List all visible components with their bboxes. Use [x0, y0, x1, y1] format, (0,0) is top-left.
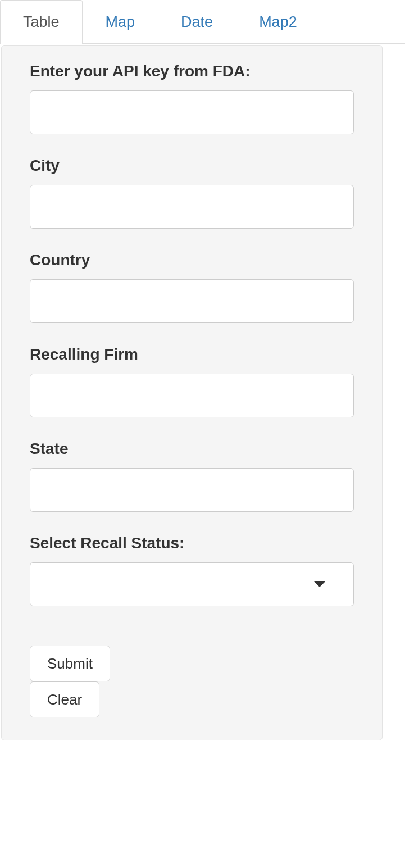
city-label: City — [30, 157, 354, 175]
country-label: Country — [30, 251, 354, 269]
recall-status-select-wrapper — [30, 562, 354, 606]
tab-table[interactable]: Table — [0, 0, 83, 44]
nav-tabs: Table Map Date Map2 — [0, 0, 405, 44]
button-group: Submit Clear — [30, 646, 354, 717]
submit-button[interactable]: Submit — [30, 646, 110, 681]
country-input[interactable] — [30, 279, 354, 323]
form-group-recalling-firm: Recalling Firm — [30, 346, 354, 417]
city-input[interactable] — [30, 185, 354, 229]
form-group-api-key: Enter your API key from FDA: — [30, 62, 354, 134]
form-group-country: Country — [30, 251, 354, 323]
sidebar-panel: Enter your API key from FDA: City Countr… — [1, 45, 383, 740]
form-group-city: City — [30, 157, 354, 229]
tab-map[interactable]: Map — [83, 0, 158, 44]
state-label: State — [30, 440, 354, 458]
api-key-input[interactable] — [30, 90, 354, 134]
recalling-firm-input[interactable] — [30, 374, 354, 417]
form-group-state: State — [30, 440, 354, 512]
tab-date[interactable]: Date — [158, 0, 236, 44]
recalling-firm-label: Recalling Firm — [30, 346, 354, 363]
recall-status-label: Select Recall Status: — [30, 534, 354, 552]
form-group-recall-status: Select Recall Status: — [30, 534, 354, 606]
clear-button[interactable]: Clear — [30, 681, 99, 717]
api-key-label: Enter your API key from FDA: — [30, 62, 354, 80]
chevron-down-icon — [314, 581, 325, 587]
tab-map2[interactable]: Map2 — [236, 0, 320, 44]
state-input[interactable] — [30, 468, 354, 512]
recall-status-select[interactable] — [30, 562, 354, 606]
